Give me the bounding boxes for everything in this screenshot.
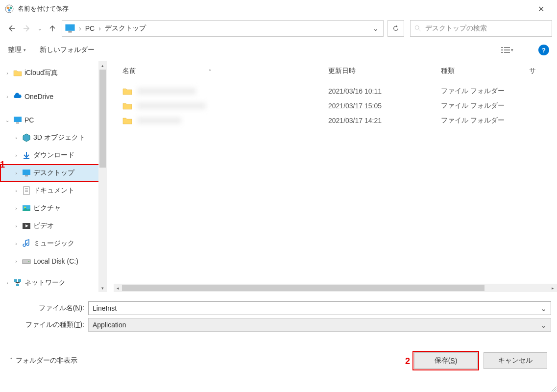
filetype-select[interactable]: Application bbox=[88, 318, 551, 332]
svg-point-6 bbox=[415, 25, 419, 29]
folder-icon bbox=[13, 68, 23, 78]
breadcrumb-desktop[interactable]: デスクトップ bbox=[102, 21, 149, 36]
tree-documents[interactable]: › ドキュメント bbox=[0, 182, 107, 199]
svg-rect-9 bbox=[501, 49, 503, 50]
new-folder-button[interactable]: 新しいフォルダー bbox=[40, 46, 95, 54]
search-placeholder: デスクトップの検索 bbox=[425, 24, 487, 33]
svg-rect-5 bbox=[68, 31, 72, 32]
forward-button[interactable] bbox=[21, 22, 33, 35]
chevron-right-icon: › bbox=[4, 71, 11, 76]
save-button[interactable]: 保存(S) bbox=[414, 352, 478, 369]
file-type: ファイル フォルダー bbox=[441, 116, 529, 125]
tree-music[interactable]: › ミュージック bbox=[0, 235, 107, 252]
tree-onedrive[interactable]: › OneDrive bbox=[0, 88, 107, 105]
svg-rect-11 bbox=[501, 52, 503, 53]
svg-point-22 bbox=[28, 261, 29, 262]
tree-pictures[interactable]: › ピクチャ bbox=[0, 199, 107, 217]
chevron-right-icon: › bbox=[4, 94, 11, 99]
file-list: 名前˄ 更新日時 種類 サ 2021/03/16 10:11 ファイル フォルダ… bbox=[107, 61, 557, 292]
chevron-right-icon: › bbox=[4, 280, 11, 286]
svg-rect-12 bbox=[504, 52, 510, 53]
refresh-button[interactable] bbox=[387, 20, 404, 37]
network-icon bbox=[13, 278, 23, 288]
svg-point-2 bbox=[10, 7, 12, 9]
tree-videos[interactable]: › ビデオ bbox=[0, 217, 107, 235]
svg-rect-24 bbox=[18, 279, 21, 282]
file-rows: 2021/03/16 10:11 ファイル フォルダー 2021/03/17 1… bbox=[107, 81, 557, 284]
save-form: ファイル名(N): LineInst ファイルの種類(T): Applicati… bbox=[0, 292, 557, 333]
monitor-icon bbox=[22, 168, 31, 178]
organize-button[interactable]: 整理▾ bbox=[8, 46, 26, 54]
view-button[interactable]: ▾ bbox=[497, 43, 517, 57]
col-size[interactable]: サ bbox=[529, 67, 557, 75]
tree-scrollbar[interactable]: ▴ ▾ bbox=[98, 61, 107, 292]
app-icon bbox=[5, 4, 14, 13]
file-type: ファイル フォルダー bbox=[441, 101, 529, 110]
resize-grip-icon[interactable] bbox=[549, 384, 557, 392]
breadcrumb[interactable]: › PC › デスクトップ ⌄ bbox=[62, 20, 384, 37]
scroll-right-icon[interactable]: ▸ bbox=[549, 284, 557, 292]
filetype-label: ファイルの種類(T): bbox=[6, 320, 84, 329]
svg-rect-10 bbox=[504, 49, 510, 50]
tree-localdisk[interactable]: › Local Disk (C:) bbox=[0, 252, 107, 270]
nav-row: ⌄ › PC › デスクトップ ⌄ デスクトップの検索 bbox=[0, 18, 557, 39]
folder-icon bbox=[122, 87, 132, 95]
file-type: ファイル フォルダー bbox=[441, 87, 529, 96]
list-view-icon bbox=[501, 47, 510, 53]
music-icon bbox=[22, 239, 31, 248]
search-icon bbox=[414, 25, 421, 32]
svg-rect-13 bbox=[14, 117, 22, 122]
chevron-right-icon: › bbox=[13, 259, 20, 264]
scroll-up-icon[interactable]: ▴ bbox=[98, 61, 107, 70]
file-row[interactable]: 2021/03/16 10:11 ファイル フォルダー bbox=[122, 84, 557, 98]
help-button[interactable]: ? bbox=[538, 45, 549, 55]
sort-indicator-icon: ˄ bbox=[209, 69, 211, 74]
window-title: 名前を付けて保存 bbox=[18, 4, 530, 13]
breadcrumb-dropdown[interactable]: ⌄ bbox=[368, 24, 383, 32]
svg-point-3 bbox=[8, 9, 11, 12]
scroll-left-icon[interactable]: ◂ bbox=[114, 284, 122, 292]
scroll-down-icon[interactable]: ▾ bbox=[98, 284, 107, 292]
col-name[interactable]: 名前˄ bbox=[122, 67, 328, 75]
chevron-right-icon: › bbox=[13, 223, 20, 229]
up-button[interactable] bbox=[46, 22, 59, 35]
recent-button[interactable]: ⌄ bbox=[36, 22, 43, 35]
monitor-icon bbox=[13, 115, 23, 125]
blurred-name bbox=[137, 102, 206, 109]
svg-point-1 bbox=[7, 7, 9, 9]
col-type[interactable]: 種類 bbox=[441, 67, 529, 75]
chevron-right-icon: › bbox=[13, 171, 20, 176]
chevron-right-icon: › bbox=[13, 153, 20, 158]
file-date: 2021/03/16 10:11 bbox=[328, 87, 441, 95]
file-row[interactable]: 2021/03/17 14:21 ファイル フォルダー bbox=[122, 113, 557, 128]
svg-rect-16 bbox=[25, 175, 28, 176]
cloud-icon bbox=[13, 92, 23, 101]
breadcrumb-sep: › bbox=[78, 24, 82, 32]
file-date: 2021/03/17 15:05 bbox=[328, 102, 441, 110]
tree-3d-objects[interactable]: › 3D オブジェクト bbox=[0, 129, 107, 147]
file-row[interactable]: 2021/03/17 15:05 ファイル フォルダー bbox=[122, 98, 557, 113]
breadcrumb-pc[interactable]: PC bbox=[82, 21, 97, 36]
cancel-button[interactable]: キャンセル bbox=[484, 352, 547, 369]
folder-icon bbox=[122, 117, 132, 124]
search-input[interactable]: デスクトップの検索 bbox=[410, 20, 552, 37]
breadcrumb-sep: › bbox=[97, 24, 102, 32]
document-icon bbox=[22, 186, 31, 196]
tree-icloud[interactable]: › iCloud写真 bbox=[0, 64, 107, 82]
tree-pc[interactable]: ⌄ PC bbox=[0, 111, 107, 129]
col-date[interactable]: 更新日時 bbox=[328, 67, 441, 75]
main-split: › iCloud写真 › OneDrive ⌄ PC › 3D オブジェクト ›… bbox=[0, 61, 557, 292]
filename-input[interactable]: LineInst bbox=[88, 301, 551, 315]
close-button[interactable]: ✕ bbox=[530, 1, 552, 16]
chevron-right-icon: › bbox=[13, 206, 20, 211]
annotation-2: 2 bbox=[405, 356, 410, 367]
hide-folders-button[interactable]: ˄ フォルダーの非表示 bbox=[10, 356, 77, 365]
horizontal-scrollbar[interactable]: ◂ ▸ bbox=[114, 284, 557, 292]
back-button[interactable] bbox=[5, 22, 18, 35]
tree-network[interactable]: › ネットワーク bbox=[0, 274, 107, 292]
tree-downloads[interactable]: › ダウンロード bbox=[0, 147, 107, 164]
tree-desktop[interactable]: › デスクトップ bbox=[0, 164, 107, 182]
svg-rect-25 bbox=[16, 284, 19, 286]
column-headers: 名前˄ 更新日時 種類 サ bbox=[107, 61, 557, 81]
annotation-1: 1 bbox=[0, 160, 5, 170]
